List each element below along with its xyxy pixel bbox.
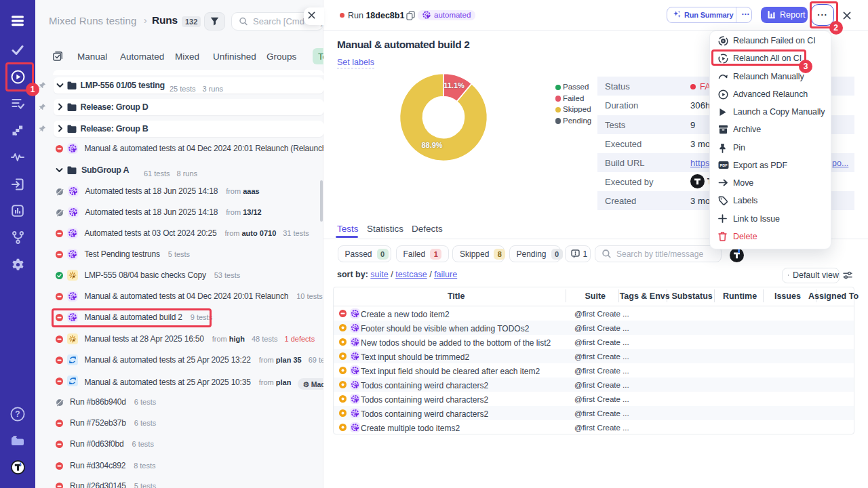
svg-text:11.1%: 11.1% xyxy=(443,81,465,89)
svg-text:88.9%: 88.9% xyxy=(421,141,442,149)
svg-text:PDF: PDF xyxy=(720,163,728,167)
svg-text:?: ? xyxy=(15,409,20,419)
